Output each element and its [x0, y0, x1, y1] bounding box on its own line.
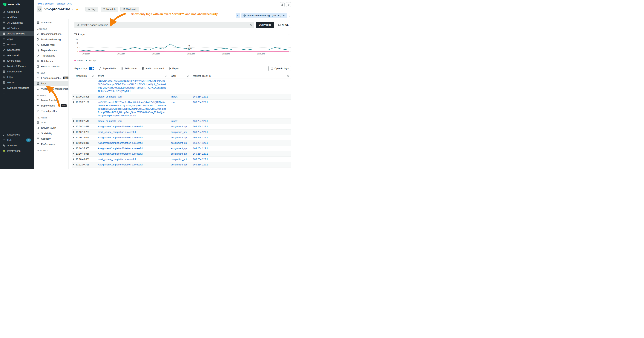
nrql-button[interactable]: NRQL — [276, 22, 291, 28]
sidebar-item-all-capabilities[interactable]: All Capabilities — [0, 20, 34, 26]
logs-more-menu-icon[interactable] — [287, 33, 290, 36]
add-column-button[interactable]: Add column — [121, 67, 137, 70]
remove-column-icon[interactable] — [287, 75, 289, 77]
event-link[interactable]: AssignmentCompletionMutation successful — [98, 163, 142, 166]
label-link[interactable]: assignment_api — [171, 125, 187, 128]
subnav-item-vulnerability-management[interactable]: Vulnerability Management — [34, 86, 68, 92]
logs-query-input[interactable] — [81, 24, 248, 26]
subnav-item-capacity[interactable]: Capacity — [34, 136, 68, 142]
event-link[interactable]: <ASGIRequest: GET '/sso/callback/?state=… — [98, 101, 166, 117]
subnav-item-logs[interactable]: Logs — [34, 81, 68, 86]
breadcrumb-services-apm[interactable]: Services - APM — [56, 3, 72, 5]
metadata-button[interactable]: Metadata — [100, 7, 118, 12]
row-checkbox[interactable] — [73, 126, 74, 127]
subnav-item-databases[interactable]: Databases — [34, 58, 68, 64]
request-client-ip-link[interactable]: 169.254.129.1 — [193, 147, 208, 150]
expand-logs-toggle[interactable] — [89, 67, 94, 70]
sidebar-bottom-item-add-user[interactable]: Add User — [0, 143, 34, 148]
row-checkbox[interactable] — [73, 96, 74, 97]
label-link[interactable]: assignment_api — [171, 153, 187, 155]
subnav-item-scalability[interactable]: Scalability — [34, 131, 68, 136]
sidebar-item-alerts-ai[interactable]: Alerts & AI — [0, 53, 34, 58]
row-checkbox[interactable] — [73, 148, 74, 149]
permalink-button[interactable] — [286, 2, 291, 7]
workloads-button[interactable]: Workloads — [120, 7, 139, 12]
request-client-ip-link[interactable]: 169.254.129.1 — [193, 120, 208, 122]
label-link[interactable]: import — [171, 120, 178, 122]
open-in-logs-button[interactable]: Open in logs — [268, 66, 291, 71]
event-link[interactable]: create_or_update_user — [98, 120, 122, 122]
event-link[interactable]: AssignmentCompletionMutation successful — [98, 142, 142, 144]
subnav-item-dependencies[interactable]: Dependencies — [34, 48, 68, 53]
query-logs-button[interactable]: Query logs — [256, 22, 274, 28]
request-client-ip-link[interactable]: 169.254.129.1 — [193, 131, 208, 133]
event-link[interactable]: create_or_update_user — [98, 96, 122, 98]
label-link[interactable]: import — [171, 96, 178, 98]
subnav-item-thread-profiler[interactable]: Thread profiler — [34, 108, 68, 114]
subnav-item-transactions[interactable]: Transactions — [34, 53, 68, 58]
legend-item-errors[interactable]: Errors — [74, 60, 83, 62]
subnav-item-summary[interactable]: Summary — [34, 20, 68, 25]
subnav-item-external-services[interactable]: External services — [34, 64, 68, 69]
clear-query-icon[interactable] — [250, 24, 252, 26]
sidebar-item-apm-services[interactable]: APM & Services — [0, 31, 34, 36]
request-client-ip-link[interactable]: 169.254.129.1 — [193, 142, 208, 144]
row-checkbox[interactable] — [73, 101, 74, 103]
request-client-ip-link[interactable]: 169.254.129.1 — [193, 101, 208, 104]
sidebar-bottom-item-discussions[interactable]: Discussions — [0, 132, 34, 137]
subnav-item-service-levels[interactable]: Service levels — [34, 125, 68, 131]
event-link[interactable]: AssignmentCompletionMutation successful — [98, 125, 142, 128]
event-link[interactable]: AssignmentCompletionMutation successful — [98, 136, 142, 139]
row-checkbox[interactable] — [73, 120, 74, 122]
event-link[interactable]: mark_course_completion successful — [98, 158, 136, 161]
time-forward-icon[interactable] — [288, 14, 291, 17]
row-checkbox[interactable] — [73, 153, 74, 154]
request-client-ip-link[interactable]: 169.254.129.1 — [193, 136, 208, 139]
event-link[interactable]: AssignmentCompletionMutation successful — [98, 147, 142, 150]
request-client-ip-link[interactable]: 169.254.129.1 — [193, 163, 208, 166]
logs-query-box[interactable] — [74, 22, 254, 28]
help-button[interactable] — [280, 2, 284, 7]
subnav-item-deployments[interactable]: DeploymentsNew — [34, 103, 68, 108]
sidebar-item-more[interactable] — [0, 91, 34, 96]
subnav-item-distributed-tracing[interactable]: Distributed tracing — [34, 37, 68, 42]
event-link[interactable]: mark_course_completion successful — [98, 131, 136, 133]
time-picker[interactable]: Since 30 minutes ago (GMT+2) — [242, 13, 287, 18]
row-checkbox[interactable] — [73, 164, 74, 165]
new-relic-logo[interactable]: new relic. — [0, 0, 34, 7]
tags-button[interactable]: Tags — [86, 7, 98, 12]
favorite-star-icon[interactable] — [76, 8, 79, 11]
sidebar-bottom-item-help[interactable]: Help70 — [0, 137, 34, 143]
breadcrumb-apm-services[interactable]: APM & Services — [37, 3, 54, 5]
time-back-button[interactable] — [236, 13, 240, 18]
row-checkbox[interactable] — [73, 131, 74, 133]
request-client-ip-link[interactable]: 169.254.129.1 — [193, 158, 208, 161]
add-to-dashboard-button[interactable]: Add to dashboard — [142, 67, 164, 70]
sidebar-item-quick-find[interactable]: Quick Find — [0, 9, 34, 15]
sidebar-item-logs[interactable]: Logs — [0, 74, 34, 80]
export-button[interactable]: Export — [168, 67, 179, 70]
request-client-ip-link[interactable]: 169.254.129.1 — [193, 125, 208, 128]
row-checkbox[interactable] — [73, 137, 74, 138]
legend-item-all-logs[interactable]: All Logs — [86, 60, 96, 62]
sidebar-item-mobile[interactable]: Mobile — [0, 80, 34, 85]
event-link[interactable]: JUQVU&code=eyJraWQiOiJjcGltY29yZV8wOTI1M… — [98, 80, 166, 93]
entity-name[interactable]: vbv-prod-azure — [44, 7, 70, 11]
sidebar-item-synthetic-monitoring[interactable]: Synthetic Monitoring — [0, 85, 34, 91]
request-client-ip-link[interactable]: 169.254.129.1 — [193, 96, 208, 98]
sidebar-item-dashboards[interactable]: Dashboards — [0, 47, 34, 53]
subnav-item-performance[interactable]: Performance — [34, 142, 68, 147]
label-link[interactable]: assignment_api — [171, 142, 187, 144]
row-checkbox[interactable] — [73, 159, 74, 160]
event-link[interactable]: AssignmentCompletionMutation successful — [98, 153, 142, 155]
sidebar-item-errors-inbox[interactable]: Errors Inbox — [0, 58, 34, 64]
label-link[interactable]: assignment_api — [171, 136, 187, 139]
sidebar-item-browser[interactable]: Browser — [0, 42, 34, 47]
remove-column-icon[interactable] — [92, 75, 94, 77]
sidebar-item-all-entities[interactable]: All Entities — [0, 26, 34, 31]
row-checkbox[interactable] — [73, 142, 74, 144]
entity-switcher-chevron-icon[interactable] — [72, 8, 74, 11]
subnav-item-service-map[interactable]: Service map — [34, 42, 68, 48]
remove-column-icon[interactable] — [165, 75, 167, 77]
sidebar-item-apps[interactable]: Apps — [0, 36, 34, 42]
